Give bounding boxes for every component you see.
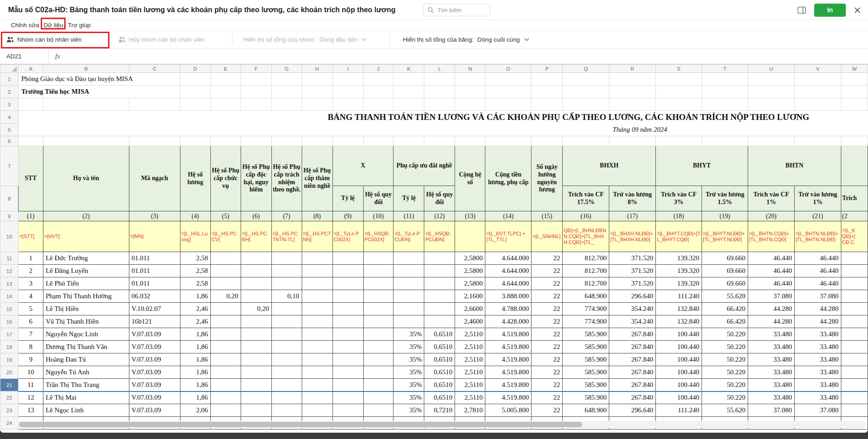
cell[interactable]: 371.520 bbox=[609, 277, 656, 290]
cell[interactable]: 33.480 bbox=[748, 353, 795, 366]
cell[interactable]: 1,86 bbox=[180, 366, 210, 379]
cell[interactable]: STT bbox=[18, 146, 43, 211]
cell[interactable]: 33.480 bbox=[794, 391, 841, 404]
cell[interactable]: 100.440 bbox=[656, 379, 702, 391]
cell[interactable] bbox=[271, 303, 302, 315]
cell[interactable]: =[L_BHYT.NLĐĐ]+[TL_BHYT.NLĐĐ] bbox=[702, 221, 748, 252]
cell[interactable] bbox=[210, 252, 241, 265]
close-icon[interactable] bbox=[854, 7, 861, 14]
cell[interactable] bbox=[271, 391, 302, 404]
cell[interactable] bbox=[302, 98, 332, 111]
cell[interactable] bbox=[794, 136, 841, 146]
cell[interactable]: 22 bbox=[531, 391, 563, 404]
cell[interactable]: V.07.03.09 bbox=[129, 353, 180, 366]
cell[interactable]: 4.519.800 bbox=[485, 328, 531, 341]
cell[interactable]: 2,1600 bbox=[455, 290, 485, 303]
cell[interactable]: 132.840 bbox=[656, 315, 702, 328]
cell[interactable] bbox=[210, 366, 241, 379]
cell[interactable] bbox=[210, 315, 241, 328]
cell[interactable]: Lê Đức Trường bbox=[43, 252, 129, 265]
cell[interactable]: =[L_TyLe.PC002X] bbox=[332, 221, 363, 252]
cell[interactable]: 0,20 bbox=[241, 303, 271, 315]
cell[interactable]: V.07.03.09 bbox=[129, 391, 180, 404]
cell[interactable] bbox=[841, 146, 868, 186]
cell[interactable]: 35% bbox=[394, 391, 424, 404]
cell[interactable] bbox=[394, 252, 424, 265]
cell[interactable] bbox=[363, 86, 394, 98]
cell[interactable]: 2,5110 bbox=[455, 379, 485, 391]
cell[interactable]: 4.428.000 bbox=[485, 315, 531, 328]
cell[interactable] bbox=[241, 379, 271, 391]
cell[interactable]: 22 bbox=[531, 404, 563, 417]
cell[interactable]: 2,5800 bbox=[455, 277, 485, 290]
cell[interactable]: Hoàng Đan Tú bbox=[43, 353, 129, 366]
cell[interactable] bbox=[841, 86, 868, 98]
row-header-19[interactable]: 19 bbox=[0, 353, 19, 366]
cell[interactable]: Trừ vào lương 1% bbox=[794, 186, 841, 211]
cell[interactable]: 33.480 bbox=[794, 341, 841, 353]
cell[interactable]: Tỷ lệ bbox=[394, 186, 424, 211]
cell[interactable] bbox=[271, 379, 302, 391]
cell[interactable] bbox=[702, 73, 748, 86]
cell[interactable] bbox=[18, 98, 43, 111]
cell[interactable] bbox=[841, 98, 868, 111]
cell[interactable]: =[L_HSL.Luong] bbox=[180, 221, 210, 252]
cell[interactable]: 1,86 bbox=[180, 379, 210, 391]
cell[interactable] bbox=[241, 366, 271, 379]
cell[interactable] bbox=[841, 328, 868, 341]
cell[interactable] bbox=[563, 136, 609, 146]
cell[interactable]: 3.888.000 bbox=[485, 290, 531, 303]
cell[interactable]: 812.700 bbox=[563, 265, 609, 277]
cell[interactable] bbox=[302, 86, 332, 98]
cell[interactable]: 33.480 bbox=[794, 366, 841, 379]
cell[interactable] bbox=[363, 303, 394, 315]
cell[interactable]: 37.080 bbox=[748, 290, 795, 303]
cell[interactable] bbox=[794, 98, 841, 111]
cell[interactable] bbox=[609, 86, 656, 98]
cell[interactable]: 2 bbox=[18, 265, 43, 277]
cell[interactable] bbox=[271, 277, 302, 290]
cell[interactable]: 100.440 bbox=[656, 366, 702, 379]
print-button[interactable]: In bbox=[814, 4, 846, 17]
cell[interactable]: 2,5800 bbox=[455, 252, 485, 265]
cell[interactable]: Trừ vào lương 8% bbox=[609, 186, 656, 211]
cell[interactable] bbox=[424, 315, 455, 328]
cell[interactable] bbox=[43, 136, 129, 146]
cell[interactable]: 46.440 bbox=[794, 252, 841, 265]
cell[interactable]: 50.220 bbox=[702, 379, 748, 391]
cell[interactable] bbox=[363, 252, 394, 265]
cell[interactable] bbox=[841, 265, 868, 277]
row-header-3[interactable]: 3 bbox=[0, 98, 19, 111]
cell[interactable] bbox=[394, 277, 424, 290]
cell[interactable]: 35% bbox=[394, 328, 424, 341]
cell[interactable] bbox=[210, 136, 241, 146]
cell[interactable]: 5.005.800 bbox=[485, 404, 531, 417]
cell[interactable]: 0,6510 bbox=[424, 328, 455, 341]
cell[interactable] bbox=[332, 98, 363, 111]
cell[interactable] bbox=[332, 353, 363, 366]
cell[interactable] bbox=[241, 136, 271, 146]
cell[interactable]: 648.900 bbox=[563, 290, 609, 303]
cell[interactable] bbox=[363, 366, 394, 379]
cell[interactable] bbox=[332, 86, 363, 98]
cell[interactable] bbox=[363, 136, 394, 146]
cell[interactable]: 1,86 bbox=[180, 353, 210, 366]
cell[interactable] bbox=[363, 404, 394, 417]
cell[interactable] bbox=[841, 391, 868, 404]
column-header-U[interactable]: U bbox=[748, 65, 795, 73]
column-header-S[interactable]: S bbox=[656, 65, 702, 73]
cell[interactable]: 2,58 bbox=[180, 252, 210, 265]
cell[interactable] bbox=[302, 277, 332, 290]
cell[interactable]: =[L_ĐVT.TLPC] + [TL_TTL] bbox=[485, 221, 531, 252]
cell[interactable]: 4.788.000 bbox=[485, 303, 531, 315]
cell[interactable] bbox=[394, 315, 424, 328]
cell[interactable]: 1 bbox=[18, 252, 43, 265]
cell[interactable] bbox=[302, 252, 332, 265]
column-header-G[interactable]: G bbox=[271, 65, 302, 73]
cell[interactable]: 37.080 bbox=[794, 290, 841, 303]
cell[interactable]: 2,6600 bbox=[455, 303, 485, 315]
column-header-L[interactable]: L bbox=[424, 65, 455, 73]
cell[interactable]: Hệ số quy đổi bbox=[363, 186, 394, 211]
row-header-17[interactable]: 17 bbox=[0, 328, 19, 341]
cell[interactable]: (16) bbox=[563, 211, 609, 221]
